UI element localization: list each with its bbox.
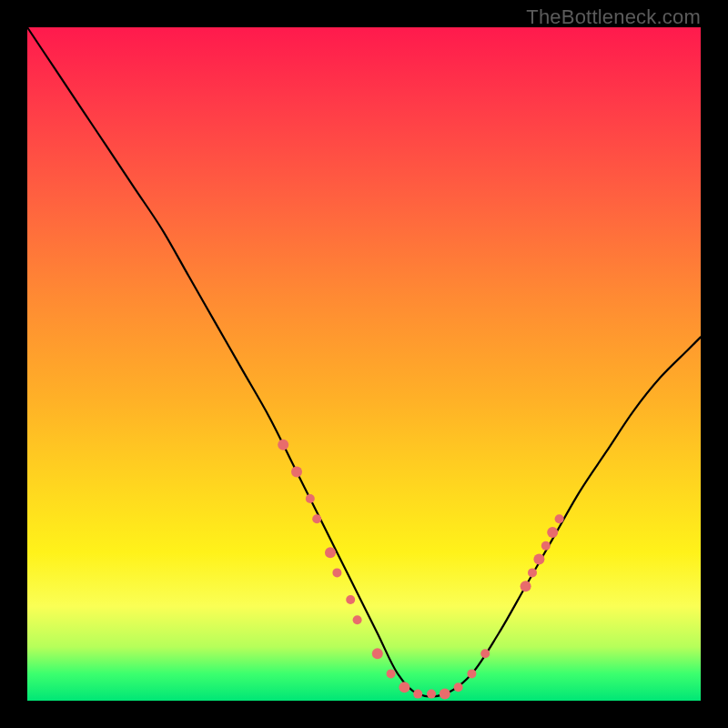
marker-dot — [312, 514, 321, 523]
marker-dot — [521, 581, 531, 592]
plot-area — [27, 27, 701, 701]
marker-dot — [306, 494, 315, 503]
bottleneck-chart — [27, 27, 701, 701]
chart-frame: TheBottleneck.com — [0, 0, 728, 728]
marker-dot — [353, 615, 362, 624]
marker-dot — [399, 682, 410, 693]
bottleneck-curve-path — [27, 27, 701, 696]
marker-dot — [547, 527, 558, 538]
highlight-markers — [278, 440, 563, 700]
attribution-text: TheBottleneck.com — [526, 5, 701, 29]
marker-dot — [454, 682, 463, 692]
marker-dot — [387, 669, 396, 678]
marker-dot — [555, 514, 564, 523]
marker-dot — [325, 547, 336, 558]
marker-dot — [332, 568, 341, 577]
marker-dot — [528, 568, 537, 577]
marker-dot — [291, 466, 302, 477]
marker-dot — [533, 554, 544, 565]
marker-dot — [541, 541, 551, 551]
marker-dot — [346, 595, 355, 604]
marker-dot — [278, 440, 288, 450]
marker-dot — [372, 648, 383, 659]
marker-dot — [427, 690, 436, 699]
marker-dot — [440, 689, 450, 700]
marker-dot — [467, 669, 476, 678]
marker-dot — [413, 690, 422, 699]
marker-dot — [480, 649, 490, 658]
